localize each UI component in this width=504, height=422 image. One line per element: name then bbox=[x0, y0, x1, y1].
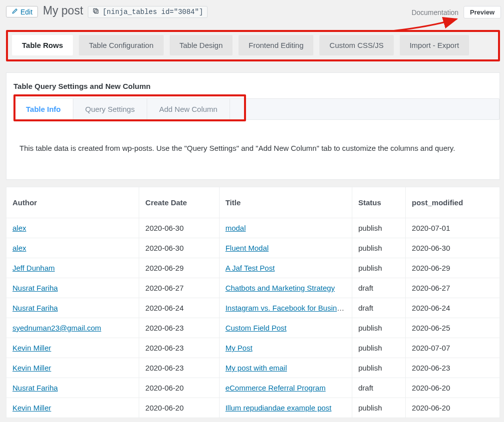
preview-button[interactable]: Preview bbox=[464, 6, 501, 18]
tab-table-configuration[interactable]: Table Configuration bbox=[79, 35, 163, 55]
table-row: Kevin Miller2020-06-23My post with email… bbox=[6, 358, 500, 378]
author-link[interactable]: Nusrat Fariha bbox=[12, 384, 58, 392]
table-row: Jeff Dunham2020-06-29A Jaf Test Postpubl… bbox=[6, 258, 500, 278]
cell-status: draft bbox=[352, 298, 405, 318]
cell-status: publish bbox=[352, 258, 405, 278]
cell-create-date: 2020-06-23 bbox=[139, 338, 219, 358]
cell-status: publish bbox=[352, 358, 405, 378]
title-link[interactable]: My post with email bbox=[226, 364, 287, 372]
title-link[interactable]: Chatbots and Marketing Strategy bbox=[226, 284, 335, 292]
cell-post-modified: 2020-06-27 bbox=[406, 278, 500, 298]
cell-status: publish bbox=[352, 338, 405, 358]
cell-status: publish bbox=[352, 398, 405, 418]
title-link[interactable]: A Jaf Test Post bbox=[226, 264, 275, 272]
cell-post-modified: 2020-06-30 bbox=[406, 238, 500, 258]
tab-custom-css-js[interactable]: Custom CSS/JS bbox=[319, 35, 393, 55]
cell-create-date: 2020-06-20 bbox=[139, 378, 219, 398]
settings-card: Table Query Settings and New Column Tabl… bbox=[6, 72, 500, 180]
cell-post-modified: 2020-06-24 bbox=[406, 298, 500, 318]
page-title: My post bbox=[43, 4, 83, 17]
title-link[interactable]: Custom Field Post bbox=[226, 324, 287, 332]
table-row: alex2020-06-30Fluent Modalpublish2020-06… bbox=[6, 238, 500, 258]
author-link[interactable]: syednuman23@gmail.com bbox=[12, 324, 101, 332]
title-link[interactable]: Instagram vs. Facebook for Business bbox=[226, 304, 349, 312]
cell-post-modified: 2020-06-25 bbox=[406, 318, 500, 338]
table-row: Kevin Miller2020-06-20Illum repudiandae … bbox=[6, 398, 500, 418]
cell-create-date: 2020-06-20 bbox=[139, 398, 219, 418]
subtab-table-info[interactable]: Table Info bbox=[14, 99, 73, 119]
cell-post-modified: 2020-06-20 bbox=[406, 378, 500, 398]
title-link[interactable]: My Post bbox=[226, 344, 252, 352]
cell-post-modified: 2020-06-20 bbox=[406, 398, 500, 418]
copy-icon bbox=[92, 7, 99, 16]
cell-create-date: 2020-06-23 bbox=[139, 358, 219, 378]
title-link[interactable]: modal bbox=[226, 224, 246, 232]
tab-import-export[interactable]: Import - Export bbox=[400, 35, 469, 55]
author-link[interactable]: Nusrat Fariha bbox=[12, 304, 58, 312]
pencil-icon bbox=[11, 7, 18, 16]
cell-post-modified: 2020-07-07 bbox=[406, 338, 500, 358]
table-row: Nusrat Fariha2020-06-20eCommerce Referra… bbox=[6, 378, 500, 398]
svg-rect-1 bbox=[94, 8, 97, 12]
author-link[interactable]: alex bbox=[12, 224, 26, 232]
author-link[interactable]: Kevin Miller bbox=[12, 404, 51, 412]
title-link[interactable]: Illum repudiandae example post bbox=[226, 404, 332, 412]
annotation-highlight-main-tabs: Table RowsTable ConfigurationTable Desig… bbox=[6, 30, 500, 61]
author-link[interactable]: Kevin Miller bbox=[12, 364, 51, 372]
table-row: Nusrat Fariha2020-06-27Chatbots and Mark… bbox=[6, 278, 500, 298]
cell-post-modified: 2020-06-23 bbox=[406, 358, 500, 378]
cell-status: publish bbox=[352, 238, 405, 258]
cell-post-modified: 2020-06-29 bbox=[406, 258, 500, 278]
column-header[interactable]: Author bbox=[6, 187, 139, 218]
posts-table: AuthorCreate DateTitleStatuspost_modifie… bbox=[6, 187, 500, 418]
documentation-link[interactable]: Documentation bbox=[412, 8, 459, 16]
table-row: syednuman23@gmail.com2020-06-23Custom Fi… bbox=[6, 318, 500, 338]
column-header[interactable]: post_modified bbox=[406, 187, 500, 218]
edit-button[interactable]: Edit bbox=[6, 6, 38, 17]
title-link[interactable]: eCommerce Referral Program bbox=[226, 384, 326, 392]
title-link[interactable]: Fluent Modal bbox=[226, 244, 269, 252]
author-link[interactable]: Kevin Miller bbox=[12, 344, 51, 352]
svg-rect-0 bbox=[95, 10, 98, 13]
cell-post-modified: 2020-07-01 bbox=[406, 218, 500, 238]
tab-frontend-editing[interactable]: Frontend Editing bbox=[239, 35, 313, 55]
table-row: Nusrat Fariha2020-06-24Instagram vs. Fac… bbox=[6, 298, 500, 318]
column-header[interactable]: Status bbox=[352, 187, 405, 218]
author-link[interactable]: Nusrat Fariha bbox=[12, 284, 58, 292]
settings-card-title: Table Query Settings and New Column bbox=[13, 82, 495, 90]
cell-status: draft bbox=[352, 278, 405, 298]
shortcode-chip[interactable]: [ninja_tables id="3084"] bbox=[88, 6, 208, 18]
cell-status: publish bbox=[352, 218, 405, 238]
subtab-query-settings[interactable]: Query Settings bbox=[73, 99, 147, 119]
edit-button-label: Edit bbox=[20, 8, 32, 16]
cell-create-date: 2020-06-24 bbox=[139, 298, 219, 318]
shortcode-text: [ninja_tables id="3084"] bbox=[102, 8, 203, 16]
author-link[interactable]: alex bbox=[12, 244, 26, 252]
cell-create-date: 2020-06-30 bbox=[139, 238, 219, 258]
table-row: alex2020-06-30modalpublish2020-07-01 bbox=[6, 218, 500, 238]
settings-panel-text: This table data is created from wp-posts… bbox=[13, 120, 495, 172]
tab-table-design[interactable]: Table Design bbox=[170, 35, 233, 55]
column-header[interactable]: Create Date bbox=[139, 187, 219, 218]
subtab-add-new-column[interactable]: Add New Column bbox=[147, 99, 230, 119]
column-header[interactable]: Title bbox=[219, 187, 352, 218]
cell-create-date: 2020-06-29 bbox=[139, 258, 219, 278]
cell-create-date: 2020-06-23 bbox=[139, 318, 219, 338]
cell-create-date: 2020-06-27 bbox=[139, 278, 219, 298]
cell-status: draft bbox=[352, 378, 405, 398]
cell-status: publish bbox=[352, 318, 405, 338]
tab-table-rows[interactable]: Table Rows bbox=[12, 35, 73, 55]
table-row: Kevin Miller2020-06-23My Postpublish2020… bbox=[6, 338, 500, 358]
cell-create-date: 2020-06-30 bbox=[139, 218, 219, 238]
author-link[interactable]: Jeff Dunham bbox=[12, 264, 55, 272]
